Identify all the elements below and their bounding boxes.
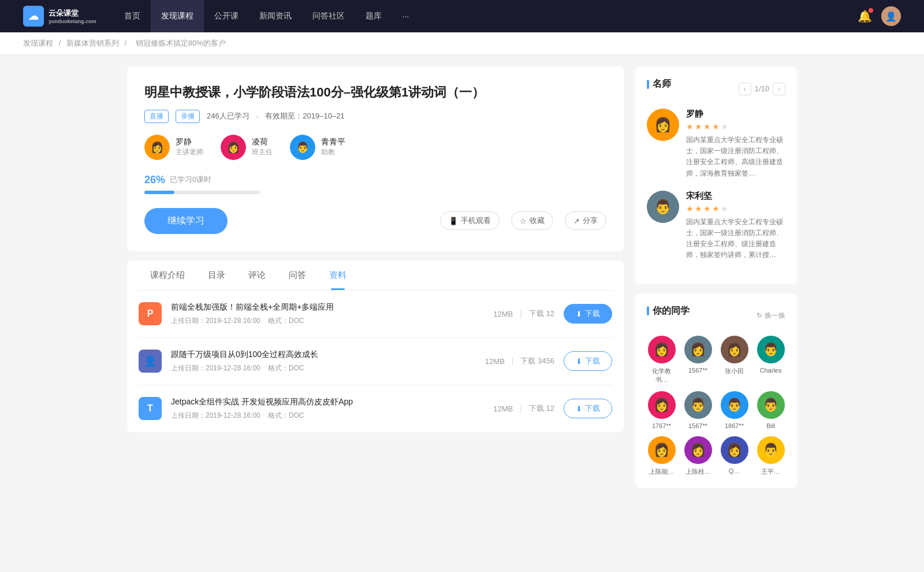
classmate-10: 👩 Q… (720, 436, 749, 476)
learner-count: 246人已学习 (207, 111, 249, 121)
nav-exam[interactable]: 题库 (355, 0, 392, 32)
tab-review[interactable]: 评论 (237, 261, 277, 290)
nav-open[interactable]: 公开课 (204, 0, 249, 32)
nav-qa[interactable]: 问答社区 (302, 0, 355, 32)
sidebar-teacher-name-1: 宋利坚 (686, 191, 785, 202)
right-sidebar: 名师 ‹ 1/10 › 👩 罗静 ★ ★ ★ ★ (635, 66, 797, 497)
tab-resources[interactable]: 资料 (318, 261, 358, 290)
classmate-avatar-7: 👨 (757, 391, 785, 419)
notification-dot (869, 8, 873, 13)
refresh-classmates-button[interactable]: ↻ 换一换 (757, 311, 785, 321)
continue-button[interactable]: 继续学习 (144, 208, 228, 234)
tab-intro[interactable]: 课程介绍 (139, 261, 196, 290)
star-icon: ☆ (520, 217, 527, 225)
download-button-2[interactable]: ⬇ 下载 (564, 399, 612, 418)
classmate-name-0: 化学教书… (647, 367, 676, 384)
pagination-prev[interactable]: ‹ (739, 83, 751, 95)
tabs-card: 课程介绍 目录 评论 问答 资料 P 前端全栈加强版！前端全栈+全周期+多端应用… (127, 261, 624, 432)
classmate-avatar-6: 👨 (721, 391, 748, 419)
classmate-name-10: Q… (729, 467, 740, 474)
classmate-avatar-0: 👩 (648, 336, 676, 363)
breadcrumb-link-1[interactable]: 新媒体营销系列 (66, 39, 119, 47)
share-icon: ↗ (573, 217, 580, 225)
course-meta: 直播 录播 246人已学习 · 有效期至：2019–10–21 (144, 110, 606, 123)
classmate-8: 👩 上陈能… (647, 436, 676, 476)
share-button[interactable]: ↗ 分享 (565, 211, 606, 230)
logo-name-en: yunduoketang.com (49, 18, 96, 24)
classmate-name-4: 1767** (652, 422, 671, 429)
resource-meta-0: 上传日期：2019-12-28 16:00 格式：DOC (171, 316, 484, 326)
resource-info-2: Jetpack全组件实战 开发短视频应用高仿皮皮虾App 上传日期：2019-1… (171, 397, 484, 421)
nav-home[interactable]: 首页 (114, 0, 151, 32)
classmates-section-title: 你的同学 (647, 305, 690, 317)
main-layout: 明星中教授课，小学阶段语法100分–强化级第1讲动词（一） 直播 录播 246人… (116, 66, 808, 497)
download-icon-1: ⬇ (576, 357, 582, 366)
classmate-name-11: 王平… (761, 467, 780, 476)
classmate-avatar-3: 👨 (757, 336, 785, 363)
download-button-1[interactable]: ⬇ 下载 (564, 351, 612, 371)
resource-meta-1: 上传日期：2019-12-28 16:00 格式：DOC (171, 363, 476, 373)
classmate-avatar-10: 👩 (721, 436, 748, 464)
teachers: 👩 罗静 主讲老师 👩 凌荷 班主任 (144, 135, 606, 160)
teacher-role-2: 助教 (321, 147, 345, 157)
mobile-icon: 📱 (449, 217, 458, 225)
tabs-header: 课程介绍 目录 评论 问答 资料 (139, 261, 612, 291)
mobile-watch-button[interactable]: 📱 手机观看 (440, 211, 500, 230)
breadcrumb: 发现课程 / 新媒体营销系列 / 销冠修炼术搞定80%的客户 (0, 32, 924, 55)
teacher-0: 👩 罗静 主讲老师 (144, 135, 203, 160)
classmate-name-5: 1567** (688, 422, 707, 429)
course-card: 明星中教授课，小学阶段语法100分–强化级第1讲动词（一） 直播 录播 246人… (127, 66, 624, 251)
classmate-avatar-1: 👩 (684, 336, 712, 363)
sidebar-teacher-info-1: 宋利坚 ★ ★ ★ ★ ★ 国内某重点大学安全工程专业硕士，国家一级注册消防工程… (686, 191, 785, 261)
teachers-section-title: 名师 (647, 78, 671, 90)
resource-item-2: T Jetpack全组件实战 开发短视频应用高仿皮皮虾App 上传日期：2019… (139, 385, 612, 432)
classmate-name-2: 张小田 (725, 367, 744, 376)
logo[interactable]: ☁ 云朵课堂 yunduoketang.com (23, 6, 96, 27)
breadcrumb-link-0[interactable]: 发现课程 (23, 39, 53, 47)
classmate-name-9: 上陈枝… (685, 467, 711, 476)
teacher-name-0: 罗静 (176, 137, 203, 147)
resource-list: P 前端全栈加强版！前端全栈+全周期+多端应用 上传日期：2019-12-28 … (139, 291, 612, 432)
pagination-next[interactable]: › (773, 83, 785, 95)
collect-button[interactable]: ☆ 收藏 (511, 211, 553, 230)
classmate-3: 👨 Charles (756, 336, 785, 384)
tab-toc[interactable]: 目录 (196, 261, 237, 290)
sidebar-teacher-name-0: 罗静 (686, 109, 785, 120)
download-button-0[interactable]: ⬇ 下载 (564, 304, 612, 324)
classmate-7: 👨 Bill (756, 391, 785, 429)
left-content: 明星中教授课，小学阶段语法100分–强化级第1讲动词（一） 直播 录播 246人… (127, 66, 624, 497)
nav-more[interactable]: ··· (392, 0, 420, 32)
teacher-role-1: 班主任 (252, 147, 273, 157)
sidebar-teacher-stars-1: ★ ★ ★ ★ ★ (686, 204, 785, 213)
progress-pct: 26% (144, 174, 165, 186)
classmates-sidebar-card: 你的同学 ↻ 换一换 👩 化学教书… 👩 1567** 👩 张 (635, 294, 797, 488)
classmate-avatar-2: 👩 (721, 336, 748, 363)
nav-discover[interactable]: 发现课程 (151, 0, 204, 32)
logo-name-cn: 云朵课堂 (49, 8, 96, 18)
classmate-avatar-11: 👨 (757, 436, 785, 464)
resource-size-2: 12MB | 下载 12 (493, 403, 554, 414)
teacher-avatar-2: 👨 (290, 135, 315, 160)
badge-live: 直播 (144, 110, 169, 123)
nav-news[interactable]: 新闻资讯 (249, 0, 302, 32)
tab-qa[interactable]: 问答 (277, 261, 318, 290)
breadcrumb-current: 销冠修炼术搞定80%的客户 (136, 39, 226, 47)
classmate-6: 👨 1867** (720, 391, 749, 429)
meta-sep: · (256, 112, 259, 121)
classmate-9: 👩 上陈枝… (683, 436, 713, 476)
resource-icon-1: 👤 (139, 350, 162, 373)
nav-right: 🔔 👤 (858, 6, 901, 26)
progress-label: 已学习0课时 (170, 174, 211, 185)
breadcrumb-sep-0: / (59, 39, 63, 47)
teacher-1: 👩 凌荷 班主任 (221, 135, 273, 160)
notification-bell[interactable]: 🔔 (858, 9, 872, 23)
resource-size-0: 12MB | 下载 12 (493, 309, 554, 319)
classmate-avatar-8: 👩 (648, 436, 676, 464)
user-avatar[interactable]: 👤 (881, 6, 901, 26)
sidebar-teacher-1: 👨 宋利坚 ★ ★ ★ ★ ★ 国内某重点大学安全工程专业硕士，国家一级注册消防… (647, 191, 785, 261)
teacher-avatar-1: 👩 (221, 135, 246, 160)
resource-meta-2: 上传日期：2019-12-28 16:00 格式：DOC (171, 411, 484, 421)
teacher-2: 👨 青青平 助教 (290, 135, 345, 160)
resource-name-1: 跟随千万级项目从0到100全过程高效成长 (171, 350, 476, 360)
classmate-2: 👩 张小田 (720, 336, 749, 384)
